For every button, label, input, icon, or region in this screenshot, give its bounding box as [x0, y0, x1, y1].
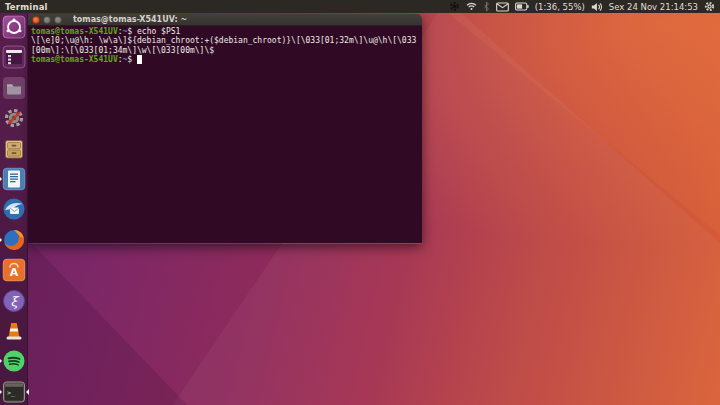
ubuntu-dash-icon [2, 15, 26, 39]
minimize-button[interactable] [43, 16, 51, 24]
running-indicator [0, 176, 2, 182]
top-panel: Terminal (1:36, 55%) Sex 24 Nov 21:14:53 [0, 0, 720, 13]
volume-icon[interactable] [591, 2, 603, 12]
running-indicator [0, 237, 2, 243]
prompt-text: tomas@tomas-X541UV [31, 55, 118, 64]
session-gear-icon[interactable] [704, 1, 715, 12]
bluetooth-icon[interactable] [483, 1, 490, 12]
launcher-item-settings[interactable] [2, 106, 26, 130]
thunderbird-icon [2, 197, 26, 221]
terminal-line: tomas@tomas-X541UV:~$ echo $PS1 [31, 27, 419, 36]
terminal-text: [00m\]:\[\033[01;34m\]\w\[\033[00m\]\$ [31, 46, 214, 55]
launcher-item-thunderbird[interactable] [2, 197, 26, 221]
terminal-icon: >_ [2, 380, 26, 404]
launcher: Aξ>_ [0, 13, 28, 405]
launcher-item-home-folder[interactable] [2, 137, 26, 161]
launcher-item-terminal[interactable]: >_ [2, 380, 26, 404]
launcher-item-desktop-window[interactable] [2, 45, 26, 69]
battery-icon[interactable] [515, 2, 529, 11]
desktop: Terminal (1:36, 55%) Sex 24 Nov 21:14:53… [0, 0, 720, 405]
terminal-text: $ [127, 27, 137, 36]
spotify-icon [2, 349, 26, 373]
focused-indicator [26, 389, 29, 395]
mail-icon[interactable] [496, 2, 509, 12]
battery-status-text[interactable]: (1:36, 55%) [535, 2, 585, 12]
emacs-icon: ξ [2, 289, 26, 313]
ubuntu-software-icon: A [2, 258, 26, 282]
tray-app-icon[interactable] [449, 1, 460, 12]
running-indicator [0, 358, 2, 364]
running-indicator [0, 389, 2, 395]
launcher-item-files[interactable] [2, 76, 26, 100]
launcher-item-firefox[interactable] [2, 228, 26, 252]
wifi-icon[interactable] [466, 1, 477, 12]
system-tray: (1:36, 55%) Sex 24 Nov 21:14:53 [449, 1, 715, 12]
home-folder-icon [2, 137, 26, 161]
clock[interactable]: Sex 24 Nov 21:14:53 [609, 2, 698, 12]
launcher-item-spotify[interactable] [2, 349, 26, 373]
close-button[interactable] [32, 16, 40, 24]
terminal-cursor [137, 55, 142, 64]
terminal-line: [00m\]:\[\033[01;34m\]\w\[\033[00m\]\$ [31, 46, 419, 55]
vlc-icon [2, 319, 26, 343]
terminal-text: $ [127, 55, 137, 64]
firefox-icon [2, 228, 26, 252]
launcher-item-emacs[interactable]: ξ [2, 289, 26, 313]
launcher-item-dash[interactable] [2, 15, 26, 39]
maximize-button[interactable] [54, 16, 62, 24]
window-title: tomas@tomas-X541UV: ~ [73, 15, 187, 24]
desktop-window-icon [2, 45, 26, 69]
svg-text:>_: >_ [7, 389, 15, 397]
terminal-text: \[\e]0;\u@\h: \w\a\]${debian_chroot:+($d… [31, 36, 416, 45]
prompt-text: tomas@tomas-X541UV [31, 27, 118, 36]
terminal-text: echo $PS1 [137, 27, 180, 36]
file-manager-icon [2, 76, 26, 100]
active-app-title: Terminal [5, 2, 48, 12]
terminal-line: \[\e]0;\u@\h: \w\a\]${debian_chroot:+($d… [31, 36, 419, 45]
system-settings-icon [2, 106, 26, 130]
launcher-item-vlc[interactable] [2, 319, 26, 343]
libreoffice-writer-icon [2, 167, 26, 191]
terminal-line: tomas@tomas-X541UV:~$ [31, 55, 419, 64]
terminal-screen[interactable]: tomas@tomas-X541UV:~$ echo $PS1\[\e]0;\u… [28, 26, 422, 243]
titlebar[interactable]: tomas@tomas-X541UV: ~ [28, 14, 422, 26]
launcher-item-libreoffice-writer[interactable] [2, 167, 26, 191]
launcher-item-ubuntu-software[interactable]: A [2, 258, 26, 282]
terminal-window: tomas@tomas-X541UV: ~ tomas@tomas-X541UV… [28, 14, 422, 244]
svg-text:A: A [9, 266, 18, 279]
